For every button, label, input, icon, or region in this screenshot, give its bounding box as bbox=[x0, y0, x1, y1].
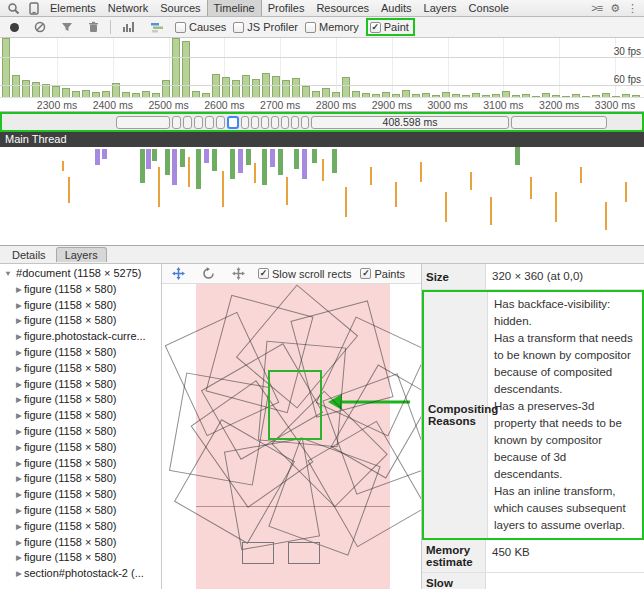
expander-icon[interactable]: ▶ bbox=[14, 298, 24, 314]
frame[interactable] bbox=[511, 116, 607, 129]
tree-item-label: figure (1158 × 580) bbox=[24, 520, 116, 532]
frame[interactable] bbox=[291, 116, 299, 129]
drawer-icon[interactable]: >≡ bbox=[587, 2, 606, 14]
frame[interactable] bbox=[271, 116, 279, 129]
expander-icon[interactable]: ▶ bbox=[14, 487, 24, 503]
tab-elements[interactable]: Elements bbox=[44, 0, 102, 16]
paints-checkbox[interactable]: ✓ Paints bbox=[360, 268, 405, 280]
expander-icon[interactable]: ▶ bbox=[14, 329, 24, 345]
expander-icon[interactable]: ▶ bbox=[14, 566, 24, 582]
selected-layer-outline[interactable] bbox=[268, 370, 322, 440]
pan-mode-icon[interactable] bbox=[168, 267, 189, 280]
tab-audits[interactable]: Audits bbox=[375, 0, 418, 16]
main-thread-activity[interactable] bbox=[0, 147, 644, 246]
slow-scroll-regions-label: Slow scroll regions bbox=[422, 573, 486, 589]
expander-icon[interactable]: ▶ bbox=[14, 377, 24, 393]
tab-sources[interactable]: Sources bbox=[154, 0, 206, 16]
tree-item[interactable]: ▶section#photostack-2 (... bbox=[0, 566, 161, 582]
fps-bar-chart[interactable] bbox=[0, 38, 644, 98]
tree-item[interactable]: ▶figure (1158 × 580) bbox=[0, 345, 161, 361]
causes-checkbox[interactable]: Causes bbox=[175, 21, 226, 33]
tree-item[interactable]: ▶figure (1158 × 580) bbox=[0, 424, 161, 440]
tree-item[interactable]: ▶figure (1158 × 580) bbox=[0, 282, 161, 298]
tab-profiles[interactable]: Profiles bbox=[262, 0, 311, 16]
expander-icon[interactable]: ▶ bbox=[14, 313, 24, 329]
expander-icon[interactable]: ▶ bbox=[14, 392, 24, 408]
tab-layers-panel[interactable]: Layers bbox=[56, 247, 107, 262]
tab-console[interactable]: Console bbox=[463, 0, 515, 16]
expander-icon[interactable]: ▶ bbox=[14, 361, 24, 377]
tree-item[interactable]: ▶figure (1158 × 580) bbox=[0, 361, 161, 377]
expander-icon[interactable]: ▶ bbox=[14, 282, 24, 298]
expander-icon[interactable]: ▶ bbox=[14, 440, 24, 456]
move-mode-icon[interactable] bbox=[228, 267, 249, 280]
chart-bars-icon[interactable] bbox=[118, 21, 139, 33]
time-tick: 2800 ms bbox=[309, 99, 363, 111]
device-mode-icon[interactable] bbox=[24, 2, 44, 15]
frame[interactable] bbox=[281, 116, 289, 129]
record-icon[interactable] bbox=[6, 23, 23, 32]
tree-item[interactable]: ▶figure (1158 × 580) bbox=[0, 408, 161, 424]
expander-icon[interactable]: ▶ bbox=[14, 456, 24, 472]
tab-timeline[interactable]: Timeline bbox=[207, 0, 262, 16]
layer-outline[interactable] bbox=[242, 542, 274, 564]
tree-item[interactable]: ▶figure (1158 × 580) bbox=[0, 519, 161, 535]
main-thread-header[interactable]: Main Thread bbox=[0, 132, 644, 147]
timeline-overview[interactable]: 30 fps 60 fps 2300 ms2400 ms2500 ms2600 … bbox=[0, 38, 644, 112]
tree-item[interactable]: ▶figure.photostack-curre... bbox=[0, 329, 161, 345]
memory-checkbox[interactable]: Memory bbox=[305, 21, 359, 33]
frame[interactable] bbox=[205, 116, 214, 129]
tree-item[interactable]: ▶figure (1158 × 580) bbox=[0, 440, 161, 456]
expander-icon[interactable]: ▶ bbox=[14, 424, 24, 440]
filter-icon[interactable] bbox=[57, 21, 77, 33]
paint-checkbox[interactable]: ✓ Paint bbox=[370, 21, 409, 33]
frame[interactable] bbox=[183, 116, 192, 129]
tree-item[interactable]: ▶figure (1158 × 580) bbox=[0, 456, 161, 472]
expander-icon[interactable]: ▼ bbox=[3, 266, 13, 282]
expander-icon[interactable]: ▶ bbox=[14, 519, 24, 535]
expander-icon[interactable]: ▶ bbox=[14, 503, 24, 519]
tree-item[interactable]: ▶figure (1158 × 580) bbox=[0, 471, 161, 487]
overflow-menu-icon[interactable]: ⋮ bbox=[623, 2, 641, 15]
frame[interactable] bbox=[116, 116, 170, 129]
tree-item[interactable]: ▶figure (1158 × 580) bbox=[0, 392, 161, 408]
js-profiler-checkbox[interactable]: JS Profiler bbox=[233, 21, 298, 33]
expander-icon[interactable]: ▶ bbox=[14, 535, 24, 551]
tab-details[interactable]: Details bbox=[4, 248, 54, 262]
clear-icon[interactable] bbox=[30, 21, 50, 33]
rotate-mode-icon[interactable] bbox=[198, 267, 219, 280]
expander-icon[interactable]: ▶ bbox=[14, 471, 24, 487]
tree-item[interactable]: ▶figure (1158 × 580) bbox=[0, 377, 161, 393]
layer-outline[interactable] bbox=[288, 542, 320, 564]
layer-3d-canvas[interactable] bbox=[162, 284, 421, 589]
tab-network[interactable]: Network bbox=[102, 0, 154, 16]
expander-icon[interactable]: ▶ bbox=[14, 345, 24, 361]
inspect-element-icon[interactable] bbox=[3, 2, 24, 15]
garbage-collect-icon[interactable] bbox=[84, 21, 103, 33]
tree-item[interactable]: ▶figure (1158 × 580) bbox=[0, 298, 161, 314]
frame[interactable] bbox=[172, 116, 181, 129]
frame[interactable] bbox=[216, 116, 225, 129]
fps-60-line bbox=[0, 85, 644, 86]
tree-item[interactable]: ▶figure (1158 × 580) bbox=[0, 487, 161, 503]
slow-scroll-rects-checkbox[interactable]: ✓ Slow scroll rects bbox=[258, 268, 351, 280]
frame[interactable] bbox=[194, 116, 203, 129]
expander-icon[interactable]: ▶ bbox=[14, 408, 24, 424]
frame[interactable] bbox=[301, 116, 309, 129]
settings-gear-icon[interactable]: ⚙ bbox=[606, 2, 623, 15]
tab-resources[interactable]: Resources bbox=[310, 0, 375, 16]
tab-layers[interactable]: Layers bbox=[418, 0, 463, 16]
frame-selected-duration[interactable]: 408.598 ms bbox=[311, 116, 509, 129]
frame[interactable] bbox=[251, 116, 259, 129]
tree-item[interactable]: ▶figure (1158 × 580) bbox=[0, 535, 161, 551]
expander-icon[interactable]: ▶ bbox=[14, 550, 24, 566]
tree-item[interactable]: ▶figure (1158 × 580) bbox=[0, 550, 161, 566]
frames-band[interactable]: 408.598 ms bbox=[0, 112, 644, 132]
frame[interactable] bbox=[261, 116, 269, 129]
flame-chart-icon[interactable] bbox=[146, 21, 168, 33]
tree-item[interactable]: ▶figure (1158 × 580) bbox=[0, 503, 161, 519]
frame[interactable] bbox=[241, 116, 249, 129]
frame[interactable] bbox=[227, 116, 239, 129]
tree-item[interactable]: ▶figure (1158 × 580) bbox=[0, 313, 161, 329]
tree-root[interactable]: ▼ #document (1158 × 5275) bbox=[0, 266, 161, 282]
